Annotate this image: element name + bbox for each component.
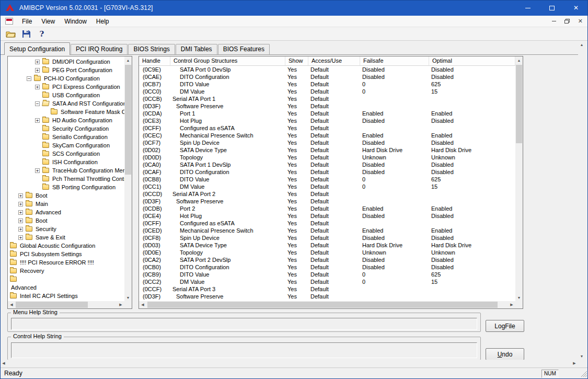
scroll-track[interactable] [578,48,585,352]
table-row[interactable]: (0D3F)Software PreserveYesDefault [139,293,515,300]
table-row[interactable]: (0CB0)DITO ConfigurationYesDefaultDisabl… [139,263,515,271]
table-horizontal-scrollbar[interactable]: ◀ ▶ [139,301,515,308]
expand-plus-icon[interactable]: + [18,193,23,198]
table-row[interactable]: (0CAE)DITO ConfigurationYesDefaultDisabl… [139,73,515,81]
tree-item[interactable]: Software Feature Mask Configuration [8,108,124,116]
tree-item[interactable]: SB Porting Configuration [8,183,124,191]
scroll-up-arrow[interactable]: ▲ [124,56,132,64]
menu-view[interactable]: View [37,16,60,27]
menu-file[interactable]: File [17,16,37,27]
table-row[interactable]: (0CC0)DM ValueYesDefault015 [139,88,515,95]
expand-plus-icon[interactable]: + [18,202,23,206]
tree-item[interactable]: +Advanced [8,208,124,216]
tree-item[interactable]: SCS Configuration [8,150,124,158]
tree-horizontal-scrollbar[interactable]: ◀ ▶ [8,301,124,308]
expand-plus-icon[interactable]: + [35,85,40,89]
scroll-track[interactable] [15,301,117,308]
table-vertical-scrollbar[interactable]: ▲ ▼ [515,56,523,301]
close-button[interactable]: ✕ [564,0,588,16]
table-row[interactable]: (0CCB)Serial ATA Port 1YesDefault [139,95,515,102]
tree-item[interactable]: Pch Thermal Throttling Control [8,175,124,183]
save-button[interactable] [20,28,32,40]
scroll-up-arrow[interactable]: ▲ [515,56,523,64]
table-row[interactable]: (0CB7)DITO ValueYesDefault0625 [139,81,515,88]
table-row[interactable]: (0D3F)Software PreserveYesDefault [139,102,515,110]
menu-window[interactable]: Window [60,16,91,27]
column-header-failsafe[interactable]: Failsafe [360,56,429,65]
collapse-minus-icon[interactable]: − [35,101,40,106]
column-header-optimal[interactable]: Optimal [429,56,515,65]
tree-item[interactable]: +HD Audio Configuration [8,116,124,124]
column-header-access-use[interactable]: Access/Use [308,56,360,65]
expand-plus-icon[interactable]: + [35,68,40,73]
tree-item[interactable]: +TraceHub Configuration Menu [8,166,124,175]
scroll-thumb[interactable] [147,302,498,308]
scroll-thumb[interactable] [125,65,131,175]
expand-plus-icon[interactable]: + [18,219,23,223]
table-row[interactable]: (0CF7)Spin Up DeviceYesDefaultDisabledDi… [139,139,515,146]
column-header-handle[interactable]: Handle [139,56,170,65]
tree-item[interactable]: −PCH-IO Configuration [8,74,124,83]
tree-item[interactable]: Security Configuration [8,124,124,133]
table-row[interactable]: (0CB9)DITO ValueYesDefault0625 [139,271,515,278]
table-row[interactable]: (0CED)Mechanical Presence SwitchYesDefau… [139,227,515,234]
scroll-left-arrow[interactable]: ◀ [8,301,15,308]
table-row[interactable]: (0CA2)SATA Port 2 DevSlpYesDefaultDisabl… [139,256,515,263]
scroll-track[interactable] [124,64,132,294]
open-file-button[interactable] [4,28,17,40]
table-row[interactable]: (0CCD)Serial ATA Port 2YesDefault [139,190,515,198]
table-row[interactable]: (0CDB)Port 2YesDefaultEnabledEnabled [139,205,515,212]
scroll-right-arrow[interactable]: ▶ [508,301,515,308]
table-row[interactable]: (0CDA)Port 1YesDefaultEnabledEnabled [139,110,515,117]
tree-item[interactable]: Intel RC ACPI Settings [8,292,124,300]
tree-item[interactable]: −SATA And RST Configuration [8,99,124,108]
tree-item[interactable]: +Security [8,225,124,233]
tab-dmi-tables[interactable]: DMI Tables [176,44,217,54]
scroll-left-arrow[interactable]: ◀ [0,360,7,367]
column-header-show[interactable]: Show [285,56,308,65]
tree-item[interactable]: Advanced [8,283,124,292]
table-row[interactable]: (0CC1)DM ValueYesDefault015 [139,183,515,190]
table-row[interactable]: (0CFF)Configured as eSATAYesDefault [139,124,515,132]
scroll-down-arrow[interactable]: ▼ [578,352,585,360]
table-row[interactable]: (0D0D)TopologyYesDefaultUnknownUnknown [139,154,515,161]
tree-item[interactable]: USB Configuration [8,91,124,99]
tab-bios-features[interactable]: BIOS Features [218,44,270,54]
main-horizontal-scrollbar[interactable]: ◀ ▶ [0,360,578,367]
scroll-track[interactable] [515,64,523,294]
table-row[interactable]: (0CC2)DM ValueYesDefault015 [139,278,515,285]
scroll-right-arrow[interactable]: ▶ [571,360,578,367]
mdi-restore-icon[interactable] [564,19,570,24]
expand-plus-icon[interactable]: + [35,118,40,123]
tree-item[interactable]: !!!! PCI Resource ERROR !!!! [8,258,124,267]
tree-item[interactable]: PCI Subsystem Settings [8,250,124,258]
scroll-up-arrow[interactable]: ▲ [578,41,585,48]
mdi-close-icon[interactable]: ✕ [578,18,583,24]
tree-item[interactable]: +PEG Port Configuration [8,66,124,74]
tree-item[interactable]: SkyCam Configuration [8,141,124,150]
expand-plus-icon[interactable]: + [18,235,23,240]
table-row[interactable]: (0CCF)Serial ATA Port 3YesDefault [139,285,515,293]
table-row[interactable]: (0CA0)SATA Port 1 DevSlpYesDefaultDisabl… [139,161,515,168]
scroll-track[interactable] [7,360,571,367]
main-vertical-scrollbar[interactable]: ▲ ▼ [578,41,585,360]
tree-item[interactable]: +DMI/OPI Configuration [8,58,124,66]
maximize-button[interactable] [540,0,564,16]
tree-item[interactable]: +Boot [8,216,124,225]
scroll-thumb[interactable] [516,65,522,143]
table-row[interactable]: (0D0E)TopologyYesDefaultUnknownUnknown [139,249,515,256]
tree-item[interactable]: +PCI Express Configuration [8,83,124,91]
table-row[interactable]: (0CE3)Hot PlugYesDefaultDisabledDisabled [139,117,515,124]
tree-item[interactable]: Global Acoustic Configuration [8,242,124,250]
table-row[interactable]: (0C9E)SATA Port 0 DevSlpYesDefaultDisabl… [139,66,515,73]
undo-button[interactable]: Undo [486,348,524,360]
tree-item[interactable]: Recovery [8,267,124,275]
column-header-control-group-structures[interactable]: Control Group Structures [170,56,285,65]
table-row[interactable]: (0CEC)Mechanical Presence SwitchYesDefau… [139,132,515,139]
table-row[interactable]: (0CFF)Configured as eSATAYesDefault [139,220,515,227]
table-row[interactable]: (0CE4)Hot PlugYesDefaultDisabledDisabled [139,212,515,220]
tab-bios-strings[interactable]: BIOS Strings [128,44,175,54]
scroll-down-arrow[interactable]: ▼ [124,294,132,301]
tree-item[interactable]: +Boot [8,191,124,200]
table-row[interactable]: (0D03)SATA Device TypeYesDefaultHard Dis… [139,242,515,249]
